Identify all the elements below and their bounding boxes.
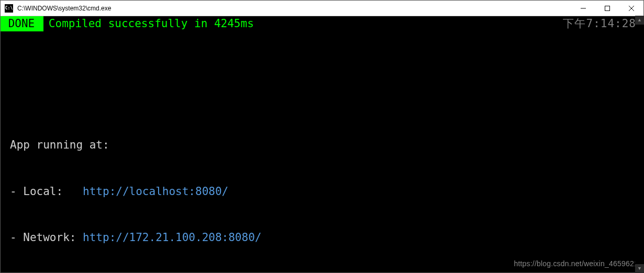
- status-line: DONE Compiled successfully in 4245ms 下午7…: [1, 16, 643, 31]
- local-url-link[interactable]: http://localhost:8080/: [83, 185, 228, 198]
- close-button[interactable]: [619, 1, 643, 16]
- svg-rect-1: [605, 6, 610, 10]
- minimize-button[interactable]: [571, 1, 595, 16]
- blank-line: [10, 92, 634, 107]
- done-badge: DONE: [1, 16, 43, 31]
- titlebar[interactable]: C:\ C:\WINDOWS\system32\cmd.exe: [1, 1, 643, 16]
- scroll-up-arrow-icon[interactable]: ▲: [635, 16, 644, 25]
- window-controls: [571, 1, 643, 16]
- terminal-area[interactable]: DONE Compiled successfully in 4245ms 下午7…: [1, 16, 643, 272]
- compiled-message: Compiled successfully in 4245ms: [49, 16, 254, 31]
- cmd-window: C:\ C:\WINDOWS\system32\cmd.exe DONE Com…: [0, 0, 644, 273]
- terminal-output: App running at: - Local: http://localhos…: [1, 61, 643, 272]
- scroll-down-arrow-icon[interactable]: ▼: [635, 264, 644, 273]
- watermark: https://blog.csdn.net/weixin_4659621: [514, 259, 638, 269]
- local-line: - Local: http://localhost:8080/: [10, 184, 634, 199]
- network-url-link[interactable]: http://172.21.100.208:8080/: [83, 231, 261, 244]
- vertical-scrollbar[interactable]: ▲ ▼: [635, 16, 644, 273]
- maximize-button[interactable]: [595, 1, 619, 16]
- network-line: - Network: http://172.21.100.208:8080/: [10, 230, 634, 245]
- local-label: - Local:: [10, 185, 83, 198]
- cmd-icon: C:\: [5, 4, 13, 13]
- window-title: C:\WINDOWS\system32\cmd.exe: [16, 5, 571, 12]
- scroll-track[interactable]: [635, 25, 644, 264]
- timestamp: 下午7:14:28: [563, 16, 636, 31]
- network-label: - Network:: [10, 231, 83, 244]
- app-running-line: App running at:: [10, 138, 634, 153]
